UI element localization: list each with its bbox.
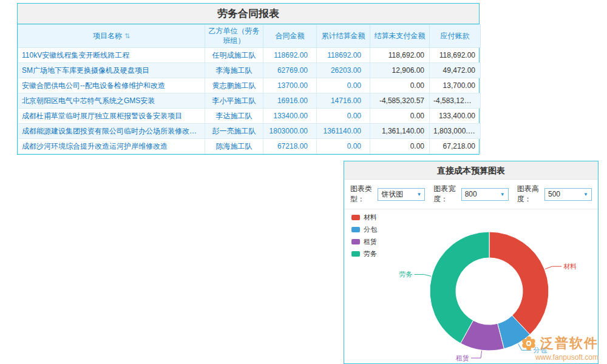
party-b-unit-cell[interactable]: 李海施工队 [205,63,263,78]
chart-height-control: 图表高度： 500 ▼ [517,184,592,204]
legend-item[interactable]: 租赁 [351,237,377,246]
settled-amount-cell: 118692.00 [317,48,370,63]
chart-height-select[interactable]: 500 ▼ [544,188,592,201]
legend-swatch-icon [351,251,360,257]
table-row: 成都能源建设集团投资有限公司临时办公场所装修改造工程EPC彭一亮施工队18030… [18,124,481,139]
contract-amount-cell: 133400.00 [263,109,317,124]
column-header-settled-amount: 累计结算金额 [317,25,370,48]
labor-contract-report-panel: 劳务合同报表 项目名称⇅ 乙方单位（劳务班组） 合同金额 累计结算金额 结算未支… [17,3,480,155]
fanpu-logo-icon [521,335,537,351]
unpaid-amount-cell: 12,906.00 [370,63,430,78]
contract-amount-cell: 1803000.00 [263,124,317,139]
direct-cost-budget-chart-panel: 直接成本预算图表 图表类型： 饼状图 ▼ 图表宽度： 800 ▼ 图表高度： 5… [344,161,599,364]
project-name-cell[interactable]: 110kV安徽线程集变开断线路工程 [18,48,205,63]
watermark: 泛普软件 www.fanpusoft.com [521,334,599,362]
chart-height-label: 图表高度： [517,184,542,204]
chart-controls: 图表类型： 饼状图 ▼ 图表宽度： 800 ▼ 图表高度： 500 ▼ [344,180,598,209]
pie-segment[interactable] [489,232,549,334]
legend-swatch-icon [351,215,360,220]
unpaid-amount-cell: 0.00 [370,109,430,124]
table-row: 成都沙河环境综合提升改造运河护岸维修改造陈海施工队67218.000.000.0… [18,139,481,154]
chevron-down-icon: ▼ [583,192,588,197]
pie-label: 材料 [563,263,577,270]
project-name-cell[interactable]: 成都杜甫草堂临时展厅独立展柜报警设备安装项目 [18,109,205,124]
contract-amount-cell: 16916.00 [263,93,317,109]
column-header-party-b-unit: 乙方单位（劳务班组） [205,25,263,48]
table-row: 110kV安徽线程集变开断线路工程任明成施工队118692.00118692.0… [18,48,481,63]
table-header-row: 项目名称⇅ 乙方单位（劳务班组） 合同金额 累计结算金额 结算未支付金额 应付账… [18,25,481,48]
payable-cell: -4,583,120.57 [430,93,481,109]
pie-label-line [545,266,561,269]
settled-amount-cell: 0.00 [317,109,370,124]
party-b-unit-cell[interactable]: 陈海施工队 [205,139,263,154]
party-b-unit-cell[interactable]: 任明成施工队 [205,48,263,63]
column-header-contract-amount: 合同金额 [263,25,317,48]
contract-amount-cell: 67218.00 [263,139,317,154]
project-name-cell[interactable]: 成都能源建设集团投资有限公司临时办公场所装修改造工程EPC [18,124,205,139]
settled-amount-cell: 0.00 [317,139,370,154]
table-row: 北京朝阳区电气中芯特气系统之GMS安装李小平施工队16916.0014716.0… [18,93,481,109]
legend-label: 分包 [364,225,377,234]
legend-swatch-icon [351,239,360,244]
payable-cell: 49,472.00 [430,63,481,78]
chevron-down-icon: ▼ [416,192,421,197]
table-row: SM广场地下车库更换摄像机及硬盘项目李海施工队62769.0026203.001… [18,63,481,78]
table-row: 安徽合肥供电公司--配电设备检修维护和改造黄志鹏施工队13700.000.000… [18,78,481,93]
chart-type-label: 图表类型： [350,184,375,204]
chart-legend: 材料分包租赁劳务 [351,213,377,261]
legend-label: 劳务 [364,249,377,258]
chevron-down-icon: ▼ [500,192,505,197]
chart-title: 直接成本预算图表 [344,161,598,180]
project-name-cell[interactable]: SM广场地下车库更换摄像机及硬盘项目 [18,63,205,78]
settled-amount-cell: 0.00 [317,78,370,93]
sort-icon[interactable]: ⇅ [124,32,130,39]
report-table-body: 110kV安徽线程集变开断线路工程任明成施工队118692.00118692.0… [18,48,481,154]
report-table: 项目名称⇅ 乙方单位（劳务班组） 合同金额 累计结算金额 结算未支付金额 应付账… [18,24,481,154]
unpaid-amount-cell: 118,692.00 [370,48,430,63]
unpaid-amount-cell: 0.00 [370,78,430,93]
party-b-unit-cell[interactable]: 李小平施工队 [205,93,263,109]
project-name-cell[interactable]: 安徽合肥供电公司--配电设备检修维护和改造 [18,78,205,93]
pie-label: 租赁 [456,354,469,362]
column-header-unpaid-amount: 结算未支付金额 [370,25,430,48]
chart-type-select[interactable]: 饼状图 ▼ [378,188,425,201]
contract-amount-cell: 62769.00 [263,63,317,78]
chart-width-label: 图表宽度： [433,184,458,204]
settled-amount-cell: 26203.00 [317,63,370,78]
payable-cell: 67,218.00 [430,139,481,154]
contract-amount-cell: 13700.00 [263,78,317,93]
party-b-unit-cell[interactable]: 黄志鹏施工队 [205,78,263,93]
settled-amount-cell: 14716.00 [317,93,370,109]
report-title: 劳务合同报表 [18,4,479,24]
chart-width-select[interactable]: 800 ▼ [461,188,509,201]
legend-item[interactable]: 劳务 [351,249,377,258]
pie-label-line [471,351,482,358]
legend-label: 材料 [364,213,377,222]
unpaid-amount-cell: -4,585,320.57 [370,93,430,109]
chart-type-control: 图表类型： 饼状图 ▼ [350,184,425,204]
watermark-url: www.fanpusoft.com [521,353,599,362]
legend-item[interactable]: 材料 [351,213,377,222]
project-name-cell[interactable]: 成都沙河环境综合提升改造运河护岸维修改造 [18,139,205,154]
payable-cell: 133,400.00 [430,109,481,124]
unpaid-amount-cell: 1,361,140.00 [370,124,430,139]
column-header-payable: 应付账款 [430,25,481,48]
legend-swatch-icon [351,227,360,232]
project-name-cell[interactable]: 北京朝阳区电气中芯特气系统之GMS安装 [18,93,205,109]
party-b-unit-cell[interactable]: 彭一亮施工队 [205,124,263,139]
payable-cell: 118,692.00 [430,48,481,63]
watermark-brand: 泛普软件 [540,334,599,352]
payable-cell: 13,700.00 [430,78,481,93]
legend-item[interactable]: 分包 [351,225,377,234]
legend-label: 租赁 [364,237,377,246]
pie-label: 劳务 [399,271,412,278]
table-row: 成都杜甫草堂临时展厅独立展柜报警设备安装项目李达施工队133400.000.00… [18,109,481,124]
unpaid-amount-cell: 0.00 [370,139,430,154]
chart-width-control: 图表宽度： 800 ▼ [433,184,508,204]
settled-amount-cell: 1361140.00 [317,124,370,139]
party-b-unit-cell[interactable]: 李达施工队 [205,109,263,124]
contract-amount-cell: 118692.00 [263,48,317,63]
column-header-project-name[interactable]: 项目名称⇅ [18,25,205,48]
pie-label-line [414,274,431,276]
payable-cell: 1,803,000.00 [430,124,481,139]
